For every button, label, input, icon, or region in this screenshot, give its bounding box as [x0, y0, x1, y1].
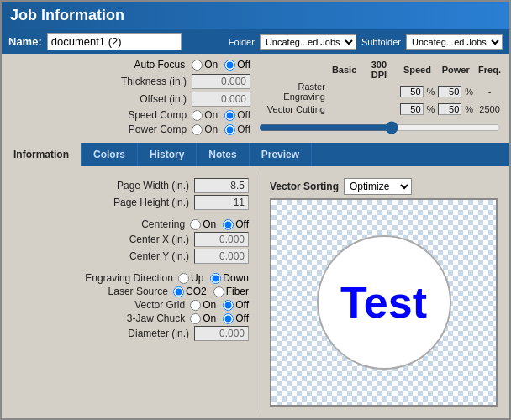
speed-comp-row: Speed Comp On Off [7, 109, 250, 121]
page-width-label: Page Width (in.) [15, 180, 189, 192]
engraving-dir-row: Engraving Direction Up Down [15, 272, 249, 284]
power-comp-off-radio[interactable] [224, 124, 235, 135]
jaw-chuck-on-label[interactable]: On [190, 312, 216, 324]
vector-grid-label: Vector Grid [15, 299, 185, 311]
speed-comp-on-label[interactable]: On [192, 109, 218, 121]
tab-colors[interactable]: Colors [82, 143, 138, 166]
laser-source-row: Laser Source CO2 Fiber [15, 286, 249, 297]
page-height-label: Page Height (in.) [15, 197, 189, 208]
tab-information[interactable]: Information [2, 143, 82, 166]
laser-fiber-label[interactable]: Fiber [213, 286, 249, 297]
autofocus-on-label[interactable]: On [192, 59, 218, 71]
autofocus-section: Auto Focus On Off Thickness (in.) O [7, 59, 250, 138]
jaw-chuck-on-radio[interactable] [190, 313, 201, 324]
subfolder-select[interactable]: Uncateg...ed Jobs [406, 34, 503, 50]
jaw-chuck-row: 3-Jaw Chuck On Off [15, 312, 249, 324]
power-comp-on-label[interactable]: On [192, 123, 218, 135]
vector-dpi [360, 102, 398, 116]
laser-fiber-radio[interactable] [213, 286, 224, 297]
raster-speed-val [398, 81, 425, 102]
col-header-power: Power [436, 59, 475, 81]
preview-section: Vector Sorting Optimize None Inner First… [265, 173, 503, 412]
jaw-chuck-off-radio[interactable] [223, 313, 234, 324]
tab-history[interactable]: History [138, 143, 197, 166]
diameter-input[interactable] [194, 326, 249, 341]
vector-grid-row: Vector Grid On Off [15, 299, 249, 311]
autofocus-label: Auto Focus [7, 59, 185, 71]
power-comp-label: Power Comp [7, 123, 187, 135]
vector-grid-radio-group: On Off [190, 299, 249, 311]
vector-sorting-select[interactable]: Optimize None Inner First [344, 178, 412, 195]
laser-table: Basic 300 DPI Speed Power Freq. Raster E… [256, 59, 504, 116]
centering-radio-group: On Off [190, 218, 249, 230]
speed-comp-on-radio[interactable] [192, 110, 203, 121]
page-height-input[interactable] [194, 195, 249, 210]
folder-select[interactable]: Uncateg...ed Jobs [260, 34, 356, 50]
engraving-up-label[interactable]: Up [178, 272, 203, 284]
raster-label: Raster Engraving [256, 81, 329, 102]
power-comp-off-label[interactable]: Off [224, 123, 250, 135]
vector-cutting-row: Vector Cutting % % 2500 [256, 102, 504, 116]
tab-notes[interactable]: Notes [197, 143, 249, 166]
window-title: Job Information [10, 7, 124, 24]
raster-power-pct: % [463, 81, 475, 102]
page-width-input[interactable] [194, 178, 249, 193]
speed-comp-off-radio[interactable] [224, 110, 235, 121]
vector-basic [329, 102, 360, 116]
thickness-input[interactable] [192, 74, 250, 89]
engraving-up-radio[interactable] [178, 273, 189, 284]
speed-comp-radio-group: On Off [192, 109, 250, 121]
jaw-chuck-label: 3-Jaw Chuck [15, 312, 185, 324]
centering-on-radio[interactable] [190, 219, 201, 230]
autofocus-off-radio[interactable] [224, 60, 235, 71]
center-x-label: Center X (in.) [15, 234, 189, 245]
centering-off-radio[interactable] [223, 219, 234, 230]
autofocus-row: Auto Focus On Off [7, 59, 250, 71]
center-y-row: Center Y (in.) [15, 249, 249, 264]
laser-co2-label[interactable]: CO2 [173, 286, 207, 297]
jaw-chuck-off-label[interactable]: Off [223, 312, 249, 324]
raster-basic [329, 81, 360, 102]
raster-power-val [436, 81, 463, 102]
preview-text: Test [340, 277, 427, 328]
power-comp-on-radio[interactable] [192, 124, 203, 135]
tab-content-information: Page Width (in.) Page Height (in.) Cente… [2, 166, 509, 418]
engraving-dir-radio-group: Up Down [178, 272, 249, 284]
laser-panel: Basic 300 DPI Speed Power Freq. Raster E… [256, 59, 504, 138]
title-bar: Job Information [2, 2, 509, 29]
center-y-input[interactable] [194, 249, 249, 264]
centering-off-label[interactable]: Off [223, 218, 249, 230]
autofocus-on-radio[interactable] [192, 60, 203, 71]
folder-label: Folder [229, 37, 255, 47]
vector-sorting-label: Vector Sorting [270, 181, 339, 192]
engraving-down-label[interactable]: Down [210, 272, 249, 284]
offset-input[interactable] [192, 92, 250, 107]
engraving-down-radio[interactable] [210, 273, 221, 284]
laser-slider[interactable] [259, 121, 501, 134]
vector-sorting-row: Vector Sorting Optimize None Inner First [270, 178, 498, 195]
folder-section: Folder Uncateg...ed Jobs Subfolder Uncat… [229, 34, 503, 50]
vector-label: Vector Cutting [256, 102, 329, 116]
vector-grid-off-radio[interactable] [223, 300, 234, 311]
name-label: Name: [8, 35, 42, 48]
centering-on-label[interactable]: On [190, 218, 216, 230]
col-header-speed: Speed [398, 59, 437, 81]
offset-row: Offset (in.) [7, 92, 250, 107]
diameter-label: Diameter (in.) [15, 328, 189, 339]
col-header-basic: Basic [329, 59, 360, 81]
raster-speed-pct: % [425, 81, 437, 102]
name-input[interactable] [47, 33, 182, 50]
vector-grid-on-label[interactable]: On [190, 299, 216, 311]
vector-freq: 2500 [475, 102, 504, 116]
laser-co2-radio[interactable] [173, 286, 184, 297]
vector-grid-off-label[interactable]: Off [223, 299, 249, 311]
thickness-label: Thickness (in.) [7, 76, 187, 87]
tab-preview[interactable]: Preview [250, 143, 312, 166]
speed-comp-off-label[interactable]: Off [224, 109, 250, 121]
col-header-empty [256, 59, 329, 81]
vector-grid-on-radio[interactable] [190, 300, 201, 311]
center-x-input[interactable] [194, 232, 249, 247]
autofocus-off-label[interactable]: Off [224, 59, 250, 71]
raster-dpi [360, 81, 398, 102]
preview-area: Test [270, 198, 498, 407]
